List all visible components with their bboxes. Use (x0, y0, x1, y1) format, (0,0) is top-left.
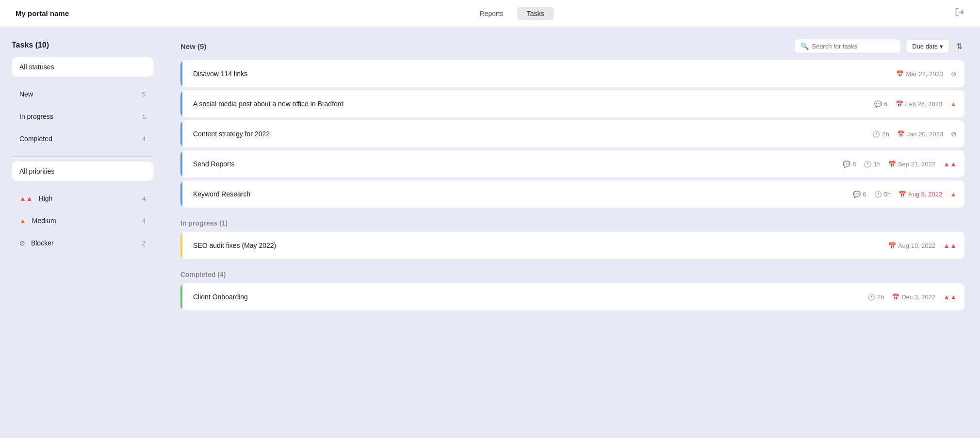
calendar-icon: 📅 (897, 130, 905, 138)
priority-icon: ▲▲ (943, 160, 957, 168)
top-navigation: My portal name Reports Tasks (0, 0, 980, 27)
table-row[interactable]: SEO audit fixes (May 2022) 📅 Aug 10, 202… (180, 232, 964, 259)
nav-tabs: Reports Tasks (470, 7, 554, 20)
search-input[interactable] (812, 43, 895, 50)
calendar-icon: 📅 (898, 191, 906, 198)
calendar-icon: 📅 (888, 161, 896, 168)
comment-icon: 💬 (874, 100, 882, 108)
status-plain-group: New 5 In progress 1 Completed 4 (12, 84, 153, 148)
sort-order-button[interactable]: ⇅ (954, 40, 964, 53)
task-meta: 💬 6 🕐 1h 📅 Sep 21, 2022 ▲▲ (843, 160, 957, 168)
sort-dropdown[interactable]: Due date ▾ (906, 39, 949, 53)
chevron-down-icon: ▾ (940, 43, 943, 50)
task-date: 📅 Aug 10, 2022 (888, 242, 935, 249)
priority-plain-group: ▲▲ High 4 ▲ Medium 4 ⊘ Blocker 2 (12, 189, 153, 253)
filter-new[interactable]: New 5 (12, 84, 153, 104)
search-box[interactable]: 🔍 (794, 39, 901, 53)
task-comments: 💬 6 (843, 161, 856, 168)
filter-completed[interactable]: Completed 4 (12, 129, 153, 148)
clock-icon: 🕐 (874, 191, 882, 198)
calendar-icon: 📅 (892, 293, 899, 301)
task-date: 📅 Dec 3, 2022 (892, 293, 935, 301)
comment-icon: 💬 (843, 161, 850, 168)
calendar-icon: 📅 (896, 70, 904, 78)
reports-tab[interactable]: Reports (470, 7, 513, 20)
comment-icon: 💬 (853, 191, 861, 198)
task-date: 📅 Jan 20, 2023 (897, 130, 943, 138)
table-row[interactable]: Content strategy for 2022 🕐 2h 📅 Jan 20,… (180, 120, 964, 147)
logout-icon[interactable] (955, 7, 964, 19)
task-name: Keyword Research (193, 190, 853, 198)
table-row[interactable]: A social media post about a new office i… (180, 90, 964, 117)
task-name: Disavow 114 links (193, 70, 896, 78)
sidebar: Tasks (10) All statuses New 5 In progres… (0, 27, 165, 438)
completed-tasks-list: Client Onboarding 🕐 2h 📅 Dec 3, 2022 ▲▲ (180, 283, 964, 310)
search-icon: 🔍 (800, 42, 809, 50)
calendar-icon: 📅 (888, 242, 896, 249)
task-date: 📅 Feb 26, 2023 (896, 100, 943, 108)
status-filter-group: All statuses (12, 57, 153, 77)
priority-icon: ▲ (950, 100, 957, 108)
task-name: Send Reports (193, 160, 843, 168)
table-row[interactable]: Disavow 114 links 📅 Mar 22, 2023 ⊘ (180, 60, 964, 87)
clock-icon: 🕐 (864, 161, 871, 168)
tasks-tab[interactable]: Tasks (517, 7, 554, 20)
priority-filter-group: All priorities (12, 162, 153, 181)
task-stripe (180, 60, 182, 87)
section-title-new: New (5) (180, 42, 206, 50)
task-meta: 💬 6 🕐 5h 📅 Aug 8, 2022 ▲ (853, 190, 957, 198)
filter-blocker[interactable]: ⊘ Blocker 2 (12, 233, 153, 253)
task-meta: 🕐 2h 📅 Dec 3, 2022 ▲▲ (867, 293, 957, 301)
table-row[interactable]: Keyword Research 💬 6 🕐 5h 📅 Aug 8, 2022 (180, 180, 964, 208)
task-time: 🕐 1h (864, 161, 880, 168)
section-title-in-progress: In progress (1) (180, 219, 964, 227)
in-progress-tasks-list: SEO audit fixes (May 2022) 📅 Aug 10, 202… (180, 232, 964, 259)
priority-icon: ▲▲ (943, 242, 957, 249)
priority-icon: ▲ (950, 190, 957, 198)
filter-all-statuses[interactable]: All statuses (12, 57, 153, 77)
task-stripe (180, 283, 182, 310)
task-meta: 🕐 2h 📅 Jan 20, 2023 ⊘ (872, 130, 957, 138)
sidebar-title: Tasks (10) (12, 41, 153, 49)
task-date: 📅 Sep 21, 2022 (888, 161, 935, 168)
table-row[interactable]: Client Onboarding 🕐 2h 📅 Dec 3, 2022 ▲▲ (180, 283, 964, 310)
new-tasks-list: Disavow 114 links 📅 Mar 22, 2023 ⊘ A soc… (180, 60, 964, 208)
task-time: 🕐 5h (874, 191, 891, 198)
priority-icon: ▲▲ (943, 293, 957, 301)
priority-icon: ⊘ (951, 130, 957, 138)
task-stripe (180, 180, 182, 208)
task-comments: 💬 6 (874, 100, 887, 108)
filter-high[interactable]: ▲▲ High 4 (12, 189, 153, 208)
task-comments: 💬 6 (853, 191, 866, 198)
task-stripe (180, 232, 182, 259)
task-stripe (180, 120, 182, 147)
task-stripe (180, 90, 182, 117)
task-time: 🕐 2h (867, 293, 884, 301)
task-meta: 📅 Aug 10, 2022 ▲▲ (888, 242, 957, 249)
main-layout: Tasks (10) All statuses New 5 In progres… (0, 27, 980, 438)
task-meta: 📅 Mar 22, 2023 ⊘ (896, 70, 957, 78)
blocker-icon: ⊘ (19, 239, 25, 247)
high-priority-icon: ▲▲ (19, 195, 33, 202)
task-name: Content strategy for 2022 (193, 130, 872, 138)
filter-all-priorities[interactable]: All priorities (12, 162, 153, 181)
task-stripe (180, 150, 182, 178)
filter-medium[interactable]: ▲ Medium 4 (12, 211, 153, 230)
calendar-icon: 📅 (896, 100, 903, 108)
task-name: SEO audit fixes (May 2022) (193, 242, 888, 249)
task-name: Client Onboarding (193, 293, 867, 301)
task-meta: 💬 6 📅 Feb 26, 2023 ▲ (874, 100, 957, 108)
content-header: New (5) 🔍 Due date ▾ ⇅ (180, 39, 964, 53)
portal-name: My portal name (16, 9, 69, 17)
table-row[interactable]: Send Reports 💬 6 🕐 1h 📅 Sep 21, 2022 ▲▲ (180, 150, 964, 178)
filter-in-progress[interactable]: In progress 1 (12, 107, 153, 126)
task-date: 📅 Mar 22, 2023 (896, 70, 943, 78)
priority-icon: ⊘ (951, 70, 957, 78)
clock-icon: 🕐 (872, 130, 880, 138)
medium-priority-icon: ▲ (19, 217, 26, 225)
content-area: New (5) 🔍 Due date ▾ ⇅ Disavow 114 links (165, 27, 980, 438)
task-date: 📅 Aug 8, 2022 (898, 191, 942, 198)
sort-label: Due date (912, 43, 938, 50)
task-time: 🕐 2h (872, 130, 889, 138)
clock-icon: 🕐 (867, 293, 875, 301)
